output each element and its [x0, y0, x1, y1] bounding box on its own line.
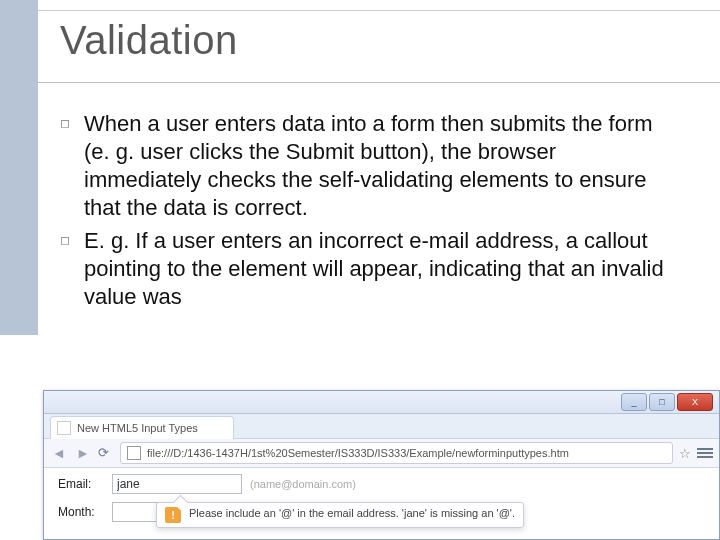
email-row: Email: (name@domain.com): [58, 474, 705, 494]
bullet-text: When a user enters data into a form then…: [84, 110, 670, 223]
back-button[interactable]: ◄: [50, 444, 68, 462]
bullet-marker: ◻: [60, 227, 84, 248]
window-close-button[interactable]: X: [677, 393, 713, 411]
url-text: file:///D:/1436-1437H/1st%20Semester/IS3…: [147, 447, 569, 459]
top-rule: [0, 0, 720, 11]
side-accent-bar: [0, 0, 38, 335]
browser-titlebar: _ □ X: [44, 391, 719, 414]
tab-title: New HTML5 Input Types: [77, 422, 198, 434]
browser-tabstrip: New HTML5 Input Types: [44, 414, 719, 439]
browser-window: _ □ X New HTML5 Input Types ◄ ► ⟳ file:/…: [43, 390, 720, 540]
bullet-marker: ◻: [60, 110, 84, 131]
callout-text: Please include an '@' in the email addre…: [189, 507, 515, 519]
email-hint: (name@domain.com): [250, 478, 356, 490]
bullet-item: ◻ When a user enters data into a form th…: [60, 110, 670, 223]
month-label: Month:: [58, 505, 104, 519]
warning-icon: !: [165, 507, 181, 523]
window-minimize-button[interactable]: _: [621, 393, 647, 411]
tab-favicon: [57, 421, 71, 435]
slide: Validation ◻ When a user enters data int…: [0, 0, 720, 540]
email-label: Email:: [58, 477, 104, 491]
address-bar[interactable]: file:///D:/1436-1437H/1st%20Semester/IS3…: [120, 442, 673, 464]
page-content: Email: (name@domain.com) Month: ! Please…: [44, 468, 719, 536]
bookmark-star-icon[interactable]: ☆: [679, 446, 691, 461]
reload-button[interactable]: ⟳: [98, 445, 114, 461]
forward-button[interactable]: ►: [74, 444, 92, 462]
slide-title: Validation: [60, 18, 238, 63]
bullet-text: E. g. If a user enters an incorrect e-ma…: [84, 227, 670, 311]
slide-body: ◻ When a user enters data into a form th…: [60, 110, 670, 315]
browser-tab[interactable]: New HTML5 Input Types: [50, 416, 234, 439]
email-field[interactable]: [112, 474, 242, 494]
window-maximize-button[interactable]: □: [649, 393, 675, 411]
menu-icon[interactable]: [697, 445, 713, 461]
file-icon: [127, 446, 141, 460]
validation-callout: ! Please include an '@' in the email add…: [156, 502, 524, 528]
bullet-item: ◻ E. g. If a user enters an incorrect e-…: [60, 227, 670, 311]
title-underline: [38, 82, 720, 83]
browser-toolbar: ◄ ► ⟳ file:///D:/1436-1437H/1st%20Semest…: [44, 439, 719, 468]
